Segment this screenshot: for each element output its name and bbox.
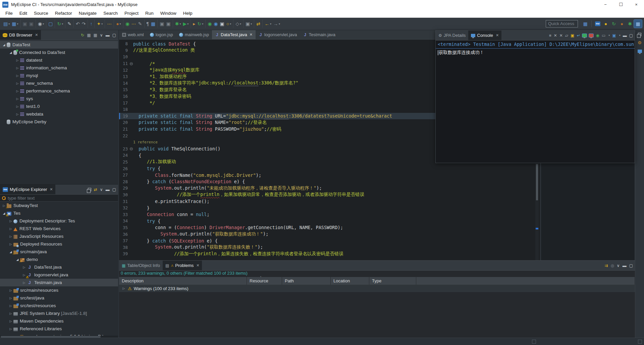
view-menu-icon[interactable]: ∨ bbox=[100, 33, 103, 37]
tab-console[interactable]: Console✕ bbox=[468, 30, 501, 40]
new-profile-blue-button[interactable]: ◉ bbox=[213, 20, 219, 27]
notification-icon[interactable] bbox=[532, 340, 536, 344]
snapshot-button[interactable]: ▣ bbox=[159, 20, 165, 27]
terminate-icon[interactable]: ■ bbox=[549, 33, 551, 38]
code-line-29[interactable]: 29 System.out.println("未能成功加载驱动程序，请检查是否导… bbox=[119, 185, 540, 192]
new-refresh-button[interactable]: ↻▾ bbox=[56, 20, 64, 27]
new-profile-green-button[interactable]: ◉ bbox=[207, 20, 213, 27]
quick-access-input[interactable]: Quick Access bbox=[546, 20, 578, 27]
dropdown-arrow-icon[interactable]: ▾ bbox=[8, 22, 10, 25]
collapsed-icon[interactable]: ▷ bbox=[15, 97, 19, 100]
code-line-35[interactable]: 35 conn = (Connection) DriverManager.get… bbox=[119, 224, 540, 231]
menu-search[interactable]: Search bbox=[100, 9, 121, 17]
save-template-button[interactable]: ▣▾ bbox=[245, 20, 253, 27]
db-item-connected-to-datatest[interactable]: ◢Connected to DataTest bbox=[0, 49, 118, 56]
minimize-icon[interactable]: ▬ bbox=[623, 33, 627, 38]
maximize-icon[interactable]: ▢ bbox=[629, 264, 633, 268]
db-item-test1-0[interactable]: ▷test1.0 bbox=[0, 102, 118, 110]
new-connection-icon[interactable]: ↻ bbox=[81, 33, 84, 37]
dropdown-arrow-icon[interactable]: ▾ bbox=[120, 22, 121, 25]
code-line-26[interactable]: 26 try { bbox=[119, 165, 540, 172]
code-line-27[interactable]: 27 Class.forName("com.mysql.jdbc.Driver"… bbox=[119, 172, 540, 179]
focus-icon[interactable]: ◎ bbox=[610, 264, 614, 268]
expanded-icon[interactable]: ◢ bbox=[9, 51, 13, 54]
close-icon[interactable]: ✕ bbox=[496, 33, 499, 38]
run-external-button[interactable]: ▸ bbox=[192, 20, 196, 27]
new-menu-button[interactable]: ▦▾ bbox=[11, 20, 19, 27]
collapsed-icon[interactable]: ▷ bbox=[15, 113, 19, 116]
db-item-performance-schema[interactable]: ▷performance_schema bbox=[0, 87, 118, 95]
db-item-sys[interactable]: ▷sys bbox=[0, 95, 118, 102]
collapsed-icon[interactable]: ▷ bbox=[9, 320, 13, 323]
dropdown-arrow-icon[interactable]: ▾ bbox=[240, 22, 241, 25]
sync-perspective-button[interactable]: ↻ bbox=[610, 20, 618, 28]
grid-button[interactable]: ▦ bbox=[150, 20, 156, 27]
palette-button[interactable]: ✎ bbox=[137, 20, 143, 27]
code-line-39[interactable]: 39 //添加一个println，如果连接失败，检查连接字符串或者登录名以及密码… bbox=[119, 251, 540, 257]
forward-button[interactable]: →▾ bbox=[272, 20, 281, 27]
collapsed-icon[interactable]: ▷ bbox=[15, 82, 19, 85]
editor-tab-mainweb-jsp[interactable]: mainweb.jsp bbox=[176, 30, 212, 39]
close-icon[interactable]: ✕ bbox=[50, 187, 53, 192]
derby-tools-button[interactable]: ✦▾ bbox=[96, 20, 104, 27]
explorer-item-src-test-java[interactable]: ▷src/test/java bbox=[0, 294, 118, 302]
start-server-button[interactable]: ◉ bbox=[124, 20, 130, 27]
record-button[interactable]: ▣ bbox=[165, 20, 172, 27]
remove-all-terminated-icon[interactable]: ✕ bbox=[559, 33, 563, 38]
open-perspective-button[interactable]: ▦ bbox=[581, 20, 589, 28]
menu-file[interactable]: File bbox=[2, 9, 16, 17]
db-item-webdata[interactable]: ▷webdata bbox=[0, 110, 118, 118]
dropdown-arrow-icon[interactable]: ▾ bbox=[180, 22, 181, 25]
db-item-new-schema[interactable]: ▷new_schema bbox=[0, 79, 118, 87]
code-line-30[interactable]: 30 //添加一个println，如果加载驱动异常，检查是否添加驱动，或者添加驱… bbox=[119, 192, 540, 198]
code-line-33[interactable]: 33 Connection conn = null; bbox=[119, 211, 540, 218]
menu-run[interactable]: Run bbox=[142, 9, 157, 17]
explorer-item-referenced-libraries[interactable]: ▷Referenced Libraries bbox=[0, 325, 118, 333]
open-console-icon[interactable]: ▣ bbox=[612, 33, 616, 38]
run-button[interactable]: ▶▾ bbox=[182, 20, 190, 27]
console-minimized-icon[interactable] bbox=[638, 50, 642, 53]
collapsed-icon[interactable]: ▷ bbox=[15, 105, 19, 108]
menu-refactor[interactable]: Refactor bbox=[52, 9, 75, 17]
collapsed-icon[interactable]: ▷ bbox=[9, 289, 13, 292]
collapse-all-icon[interactable] bbox=[88, 188, 91, 191]
undo-button[interactable]: ↶ bbox=[75, 20, 81, 27]
explorer-item-mysql-connector-java-5-0-0-bin-jar-d[interactable]: ▷mysql-connector-java-5.0.0-bin.jar - D:… bbox=[0, 333, 118, 336]
link-with-editor-icon[interactable]: ⇄ bbox=[94, 188, 97, 192]
jpa-details-minimized-icon[interactable]: ⚙ bbox=[638, 41, 642, 45]
dropdown-arrow-icon[interactable]: ▾ bbox=[279, 22, 280, 25]
close-icon[interactable]: ✕ bbox=[35, 33, 38, 37]
show-when-stdout-icon[interactable] bbox=[582, 34, 587, 37]
donut-button[interactable]: ●▾ bbox=[115, 20, 122, 27]
collapsed-icon[interactable]: ▷ bbox=[9, 327, 13, 331]
explorer-item-datatest-java[interactable]: ▷JDataTest.java bbox=[0, 263, 118, 271]
explorer-item-testmain-java[interactable]: ▷JTestmain.java bbox=[0, 279, 118, 286]
explorer-item-logonservlet-java[interactable]: ▷J⚠logonservlet.java bbox=[0, 271, 118, 279]
pin-console-icon[interactable]: ◉ bbox=[596, 33, 599, 38]
close-button[interactable]: × bbox=[629, 0, 644, 9]
menu-project[interactable]: Project bbox=[121, 9, 142, 17]
db-item-information-schema[interactable]: ▷information_schema bbox=[0, 64, 118, 72]
pencil-button[interactable]: ✎ bbox=[66, 20, 72, 27]
back-button[interactable]: ←▾ bbox=[264, 20, 272, 27]
menu-navigate[interactable]: Navigate bbox=[75, 9, 100, 17]
explorer-item-javascript-resources[interactable]: ▷JavaScript Resources bbox=[0, 232, 118, 240]
menu-window[interactable]: Window bbox=[157, 9, 180, 17]
dropdown-arrow-icon[interactable]: ▾ bbox=[270, 22, 271, 25]
explorer-item-deployed-resources[interactable]: ▷Deployed Resources bbox=[0, 240, 118, 248]
collapsed-icon[interactable]: ▷ bbox=[122, 287, 126, 290]
remove-launch-icon[interactable]: ✕ bbox=[554, 33, 557, 38]
dropdown-arrow-icon[interactable]: ▾ bbox=[62, 22, 63, 25]
close-icon[interactable]: ✕ bbox=[250, 32, 253, 37]
spring-perspective-button[interactable]: ● bbox=[602, 20, 610, 28]
open-browser-button[interactable]: ▢ bbox=[47, 20, 54, 27]
server-more-button[interactable]: ⋯ bbox=[130, 20, 137, 27]
collapsed-icon[interactable]: ▷ bbox=[9, 219, 13, 223]
collapsed-icon[interactable]: ▷ bbox=[22, 281, 26, 284]
collapsed-icon[interactable]: ▷ bbox=[9, 312, 13, 315]
explorer-item-maven-dependencies[interactable]: ▷Maven Dependencies bbox=[0, 317, 118, 325]
collapsed-icon[interactable]: ▷ bbox=[15, 74, 19, 77]
tab-myeclipse-explorer[interactable]: me MyEclipse Explorer ✕ bbox=[0, 185, 55, 194]
minimize-icon[interactable]: ▬ bbox=[106, 33, 110, 37]
redo-button[interactable]: ↷ bbox=[81, 20, 87, 27]
